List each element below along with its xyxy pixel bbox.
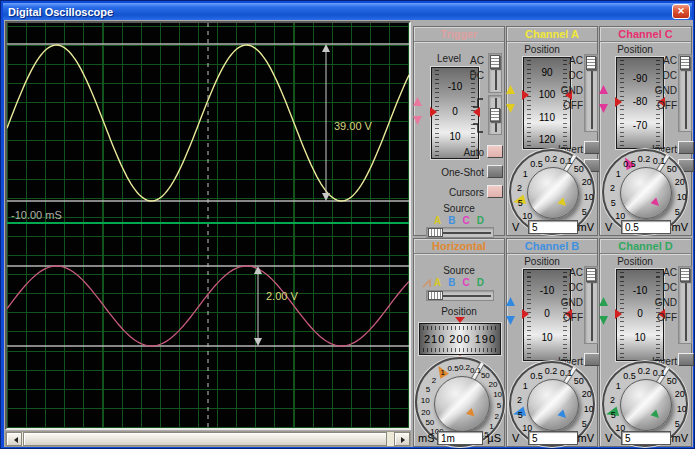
slider-handle[interactable]: [428, 291, 443, 300]
knob-scale-label: 10: [677, 192, 687, 202]
knob-scale-label: 0.1: [560, 368, 573, 378]
knob-scale-label: 0.1: [560, 156, 573, 166]
source-d: D: [477, 277, 484, 288]
scope-overlay: 39.00 V 2.00 V -10.00 mS: [7, 23, 409, 428]
horizontal-scrollbar[interactable]: [5, 431, 411, 447]
knob-scale-label: 0.5: [530, 159, 543, 169]
channel-b-position-arrows[interactable]: [505, 297, 516, 325]
slider-handle[interactable]: [490, 108, 500, 122]
scroll-left-button[interactable]: [6, 432, 22, 446]
channel-d-title: Channel D: [618, 240, 672, 252]
unit-left: mS: [418, 432, 435, 444]
down-arrow-icon[interactable]: [506, 316, 515, 325]
gnd-label: GND: [547, 297, 583, 308]
gnd-label: GND: [640, 85, 677, 96]
channel-a-position-arrows[interactable]: [505, 85, 516, 113]
position-label: Position: [507, 44, 577, 55]
horizontal-panel: Horizontal Source A B C D Position 210 2…: [413, 238, 505, 447]
slider-handle[interactable]: [680, 56, 690, 70]
position-label: Position: [414, 306, 504, 317]
knob-scale-label: 50: [574, 376, 584, 386]
auto-button[interactable]: [487, 145, 503, 158]
channel-a-title: Channel A: [525, 28, 579, 40]
channel-c-title: Channel C: [618, 28, 672, 40]
channel-b-panel: Channel B Position -10 0 10 AC DC GND OF…: [506, 238, 598, 447]
unit-left: V: [605, 221, 612, 233]
slider-handle[interactable]: [586, 56, 596, 70]
up-arrow-icon[interactable]: [413, 97, 422, 106]
source-b: B: [448, 277, 455, 288]
down-arrow-icon[interactable]: [506, 104, 515, 113]
knob-scale-label: 1: [489, 422, 493, 431]
unit-left: V: [512, 221, 519, 233]
timebase-value[interactable]: 1m: [437, 431, 483, 445]
close-button[interactable]: ✕: [672, 4, 690, 19]
up-arrow-icon[interactable]: [599, 297, 608, 306]
cursors-label: Cursors: [424, 187, 484, 198]
scroll-right-button[interactable]: [394, 432, 410, 446]
title-bar[interactable]: Digital Oscilloscope ✕: [3, 3, 692, 20]
gain-value[interactable]: 5: [621, 431, 671, 445]
down-arrow-icon[interactable]: [599, 316, 608, 325]
up-arrow-icon[interactable]: [506, 85, 515, 94]
trigger-level-arrows[interactable]: [412, 97, 423, 125]
horizontal-source-slider[interactable]: [426, 290, 494, 301]
position-marker-left: [522, 309, 529, 319]
channel-a-header: Channel A: [507, 27, 597, 42]
coupling-slider[interactable]: [584, 266, 598, 344]
off-label: OFF: [640, 312, 677, 323]
ac-label: AC: [640, 55, 677, 66]
trigger-edge-slider[interactable]: [488, 95, 502, 135]
slider-handle[interactable]: [428, 228, 443, 237]
knob-scale-label: 0.2: [545, 366, 558, 376]
dc-label: DC: [640, 70, 677, 81]
up-arrow-icon[interactable]: [599, 85, 608, 94]
gauge-label: -10: [432, 81, 478, 92]
knob-scale-label: 0.1: [653, 156, 666, 166]
one-shot-button[interactable]: [487, 165, 503, 178]
slider-handle[interactable]: [586, 268, 596, 282]
coupling-slider[interactable]: [678, 266, 692, 344]
knob-scale-label: 50: [667, 376, 677, 386]
gauge-label: 110: [524, 111, 570, 122]
knob-scale-label: 2: [610, 183, 615, 193]
gain-value[interactable]: 5: [528, 220, 578, 234]
coupling-slider[interactable]: [584, 54, 598, 132]
trigger-header: Trigger: [414, 27, 504, 42]
knob-scale-label: 1: [616, 169, 621, 179]
gain-value[interactable]: 0.5: [621, 220, 671, 234]
slider-handle[interactable]: [680, 268, 690, 282]
down-arrow-icon[interactable]: [413, 116, 422, 125]
position-readout[interactable]: 210 200 190: [419, 323, 501, 355]
knob-scale-label: 5: [426, 385, 430, 394]
unit-right: mV: [578, 432, 595, 444]
coupling-slider[interactable]: [678, 54, 692, 132]
readout-values: 210 200 190: [420, 333, 500, 345]
channel-c-panel: Channel C Position -90 -80 -70 AC DC GND…: [599, 26, 692, 236]
channel-c-header: Channel C: [600, 27, 691, 42]
ac-label: AC: [444, 55, 484, 66]
knob-scale-label: 20: [582, 177, 592, 187]
source-label: Source: [414, 265, 504, 276]
trigger-coupling-slider[interactable]: [488, 53, 502, 93]
knob-pointer-icon: [558, 198, 569, 209]
slider-handle[interactable]: [490, 55, 500, 69]
cursor-lines[interactable]: [7, 23, 409, 428]
down-arrow-icon[interactable]: [599, 104, 608, 113]
up-arrow-icon[interactable]: [506, 297, 515, 306]
off-label: OFF: [547, 312, 583, 323]
cursors-button[interactable]: [487, 185, 503, 198]
source-label: Source: [414, 203, 504, 214]
channel-b-title: Channel B: [525, 240, 579, 252]
channel-c-position-arrows[interactable]: [598, 85, 609, 113]
knob-scale-label: 0.2: [638, 154, 651, 164]
gain-value[interactable]: 5: [528, 431, 578, 445]
knob-scale-label: 5: [675, 419, 680, 429]
knob-scale-label: 10: [584, 192, 594, 202]
trigger-source-slider[interactable]: [426, 227, 494, 238]
scroll-thumb[interactable]: [23, 432, 387, 446]
knob-scale-label: 2: [495, 412, 499, 421]
knob-scale-label: 1: [523, 381, 528, 391]
knob-scale-label: 5: [582, 419, 587, 429]
channel-d-position-arrows[interactable]: [598, 297, 609, 325]
